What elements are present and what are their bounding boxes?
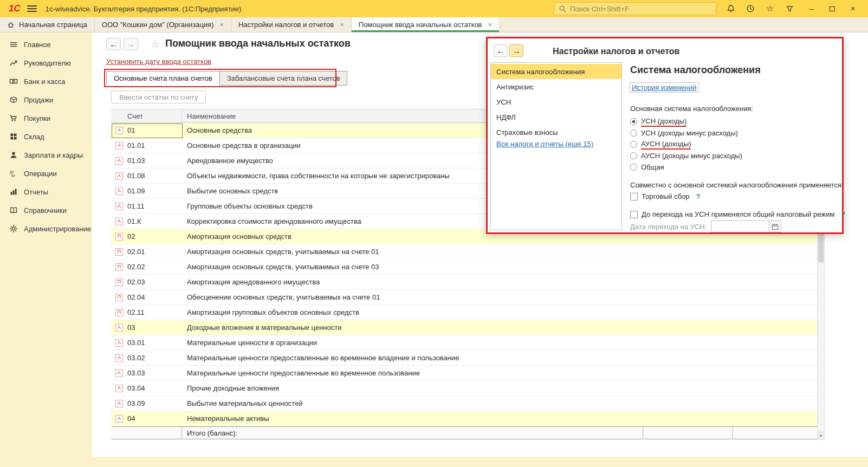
nav-item-tax-system[interactable]: Система налогообложения	[491, 64, 621, 79]
radio-label: Общая	[641, 163, 664, 171]
help-icon[interactable]: ?	[841, 210, 845, 218]
account-code: 03.03	[127, 369, 145, 377]
nav-item-insurance[interactable]: Страховые взносы	[491, 125, 621, 140]
help-icon[interactable]: ?	[696, 192, 701, 200]
account-name: Амортизация арендованного имущества	[182, 278, 320, 286]
calendar-icon	[772, 223, 779, 230]
table-row[interactable]: П02.03 Амортизация арендованного имущест…	[111, 275, 817, 290]
sidebar-item-manager[interactable]: Руководителю	[0, 54, 92, 72]
radio-general-system[interactable]: Общая	[630, 161, 742, 173]
sidebar-item-administration[interactable]: Администрирование	[0, 219, 92, 238]
transition-regime-checkbox[interactable]: До перехода на УСН применялся общий нало…	[630, 210, 845, 218]
svg-text:Кт: Кт	[11, 174, 16, 178]
scroll-down-icon[interactable]: ▼	[818, 432, 824, 439]
close-button[interactable]: ×	[848, 4, 857, 13]
account-type-icon: А	[115, 385, 123, 392]
sidebar-item-purchases[interactable]: Покупки	[0, 109, 92, 127]
sidebar-item-payroll-hr[interactable]: Зарплата и кадры	[0, 146, 92, 164]
transition-date-input[interactable]: . .	[711, 220, 769, 232]
tab-tax-settings[interactable]: Настройки налогов и отчетов ×	[231, 17, 352, 32]
sidebar-item-bank-cash[interactable]: Банк и касса	[0, 72, 92, 90]
favorites-star-icon[interactable]: ☆	[764, 3, 776, 15]
tab-organization[interactable]: ООО "Кошкин дом" (Организация) ×	[95, 17, 231, 32]
table-row[interactable]: А04 Нематериальные активы	[111, 411, 817, 426]
all-taxes-link[interactable]: Все налоги и отчеты (еще 15)	[491, 140, 593, 148]
account-type-icon: А	[115, 369, 123, 377]
table-row[interactable]: П02.11 Амортизация групповых объектов ос…	[111, 305, 817, 320]
maximize-button[interactable]	[828, 4, 837, 13]
table-row[interactable]: А03.09 Выбытие материальных ценностей	[111, 396, 817, 411]
account-type-icon: П	[115, 263, 123, 271]
tax-system-section: Система налогообложения История изменени…	[630, 62, 841, 232]
account-code: 02.11	[127, 308, 145, 316]
tab-home[interactable]: Начальная страница	[0, 17, 95, 32]
change-history-link[interactable]: История изменений	[630, 83, 698, 92]
calendar-button[interactable]	[769, 220, 781, 232]
nav-item-anticrisis[interactable]: Антикризис	[491, 79, 621, 94]
maximize-icon	[830, 7, 835, 11]
gear-icon	[9, 224, 18, 233]
radio-usn-income-expenses[interactable]: УСН (доходы минус расходы)	[630, 127, 742, 139]
radio-icon	[630, 129, 637, 137]
sidebar-item-warehouse[interactable]: Склад	[0, 127, 92, 146]
account-type-icon: П	[115, 278, 123, 286]
radio-ausn-income-expenses[interactable]: АУСН (доходы минус расходы)	[630, 150, 742, 161]
table-row[interactable]: П02.04 Обесценение основных средств, учи…	[111, 290, 817, 305]
trade-fee-checkbox[interactable]: Торговый сбор ?	[630, 192, 701, 200]
account-code: 02.04	[127, 293, 145, 301]
account-name: Основные средства в организации	[182, 141, 301, 150]
close-tab-icon[interactable]: ×	[340, 21, 344, 29]
radio-ausn-income[interactable]: АУСН (доходы)	[630, 139, 742, 150]
minimize-button[interactable]: –	[807, 4, 816, 13]
sidebar-item-operations[interactable]: ДтКт Операции	[0, 164, 92, 183]
table-row[interactable]: А03 Доходные вложения в материальные цен…	[111, 320, 817, 335]
tab-label: ООО "Кошкин дом" (Организация)	[102, 21, 214, 29]
column-header-name[interactable]: Наименование	[182, 112, 236, 120]
account-code: 01.09	[127, 187, 145, 195]
main-menu-icon[interactable]	[26, 3, 38, 15]
global-search-input[interactable]: Поиск Ctrl+Shift+F	[554, 2, 716, 15]
account-name: Амортизация групповых объектов основных …	[182, 308, 359, 316]
nav-item-ndfl[interactable]: НДФЛ	[491, 109, 621, 125]
chart-tabs: Основные счета плана счетов Забалансовые…	[106, 71, 347, 86]
notifications-bell-icon[interactable]	[725, 3, 737, 15]
sidebar-item-reports[interactable]: Отчеты	[0, 183, 92, 201]
combined-system-label: Совместно с основной системой налогообло…	[630, 181, 843, 189]
nav-item-usn[interactable]: УСН	[491, 94, 621, 109]
account-name: Материальные ценности предоставленные во…	[182, 354, 459, 362]
close-tab-icon[interactable]: ×	[488, 21, 493, 29]
sidebar-item-label: Руководителю	[24, 59, 71, 67]
back-button[interactable]: ←	[106, 38, 121, 50]
radio-label: АУСН (доходы)	[641, 140, 691, 150]
forward-button[interactable]: →	[509, 44, 523, 57]
radio-usn-income[interactable]: УСН (доходы)	[630, 116, 742, 127]
favorite-star-icon[interactable]: ☆	[151, 38, 160, 50]
table-row[interactable]: П02.01 Амортизация основных средств, учи…	[111, 244, 817, 260]
sidebar-item-sales[interactable]: Продажи	[0, 90, 92, 109]
history-icon[interactable]	[744, 3, 756, 15]
table-row[interactable]: А03.02 Материальные ценности предоставле…	[111, 351, 817, 366]
close-tab-icon[interactable]: ×	[219, 21, 224, 29]
person-icon	[9, 151, 18, 159]
sidebar-item-main[interactable]: Главное	[0, 35, 92, 54]
table-row[interactable]: А03.04 Прочие доходные вложения	[111, 381, 817, 396]
account-name: Амортизация основных средств, учитываемы…	[182, 263, 379, 271]
account-type-icon: А	[115, 354, 123, 362]
tab-offbalance-accounts[interactable]: Забалансовые счета плана счетов	[220, 71, 348, 86]
column-header-account[interactable]: Счет	[111, 112, 182, 120]
sidebar-item-label: Администрирование	[24, 225, 91, 233]
table-row[interactable]: А03.03 Материальные ценности предоставле…	[111, 366, 817, 381]
tab-opening-balances[interactable]: Помощник ввода начальных остатков ×	[352, 17, 500, 32]
sidebar-item-directories[interactable]: Справочники	[0, 201, 92, 219]
filter-icon[interactable]	[783, 3, 795, 15]
table-row[interactable]: П02.02 Амортизация основных средств, учи…	[111, 260, 817, 275]
table-row[interactable]: А03.01 Материальные ценности в организац…	[111, 335, 817, 351]
radio-label: АУСН (доходы минус расходы)	[641, 152, 742, 160]
back-button[interactable]: ←	[494, 44, 508, 57]
account-type-icon: А	[115, 218, 123, 225]
enter-balances-button[interactable]: Ввести остатки по счету	[111, 90, 206, 103]
forward-button[interactable]: →	[124, 38, 138, 50]
tab-balance-accounts[interactable]: Основные счета плана счетов	[106, 71, 220, 86]
radio-icon	[630, 152, 637, 159]
set-entry-date-link[interactable]: Установить дату ввода остатков	[106, 57, 211, 66]
